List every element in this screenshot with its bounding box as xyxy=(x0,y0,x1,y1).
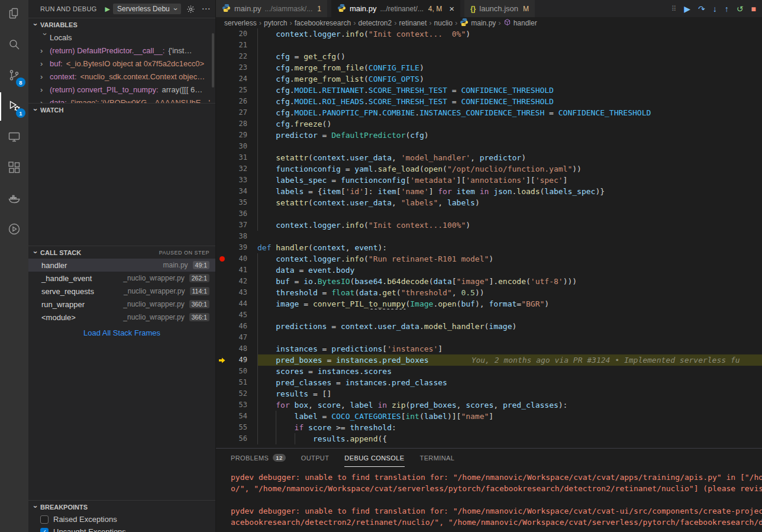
code-line[interactable]: 43threshold = float(data.get("threshold"… xyxy=(216,287,762,298)
line-number[interactable]: 32 xyxy=(228,163,257,175)
code-text[interactable]: labels_spec = functionconfig['metadata']… xyxy=(257,175,762,186)
breakpoint-row[interactable]: ✓Uncaught Exceptions xyxy=(28,525,215,532)
line-number[interactable]: 24 xyxy=(228,73,257,85)
code-text[interactable]: predictor = DefaultPredictor(cfg) xyxy=(257,130,762,141)
line-number[interactable]: 53 xyxy=(228,399,257,411)
activity-item-run-and-debug[interactable]: 1 xyxy=(0,92,28,121)
code-line[interactable]: 35setattr(context.user_data, "labels", l… xyxy=(216,197,762,208)
code-text[interactable] xyxy=(257,40,762,51)
breadcrumb-item-retinanet[interactable]: retinanet xyxy=(399,19,427,27)
code-text[interactable]: predictions = context.user_data.model_ha… xyxy=(257,321,762,332)
line-number[interactable]: 45 xyxy=(228,309,257,321)
code-text[interactable]: instances = predictions['instances'] xyxy=(257,343,762,354)
line-number[interactable]: 40 xyxy=(228,253,257,265)
code-line[interactable]: 49pred_boxes = instances.pred_boxesYou, … xyxy=(216,354,762,366)
line-number[interactable]: 21 xyxy=(228,40,257,51)
code-line[interactable]: 30 xyxy=(216,141,762,152)
breadcrumb-item-serverless[interactable]: serverless xyxy=(224,19,257,27)
line-number[interactable]: 30 xyxy=(228,141,257,152)
code-text[interactable]: context.logger.info("Init context...100%… xyxy=(257,220,762,231)
code-line[interactable]: 31setattr(context.user_data, 'model_hand… xyxy=(216,152,762,163)
line-number[interactable]: 54 xyxy=(228,411,257,422)
code-line[interactable]: 44image = convert_PIL_to_numpy(Image.ope… xyxy=(216,298,762,309)
step-into-button[interactable]: ↓ xyxy=(713,5,717,13)
breadcrumb-item-main.py[interactable]: main.py xyxy=(460,18,496,28)
restart-button[interactable]: ↺ xyxy=(737,5,744,13)
breakpoint-row[interactable]: Raised Exceptions xyxy=(28,513,215,525)
debug-start-icon[interactable]: ▶ xyxy=(105,5,110,13)
stack-frame[interactable]: handlermain.py49:1 xyxy=(28,259,215,272)
line-number[interactable]: 20 xyxy=(228,28,257,40)
code-line[interactable]: 41data = event.body xyxy=(216,265,762,276)
code-text[interactable]: buf = io.BytesIO(base64.b64decode(data["… xyxy=(257,276,762,287)
code-line[interactable]: 38 xyxy=(216,231,762,242)
code-line[interactable]: 53for box, score, label in zip(pred_boxe… xyxy=(216,399,762,411)
drag-handle-icon[interactable]: ⠿ xyxy=(671,5,676,13)
code-line[interactable]: 32functionconfig = yaml.safe_load(open("… xyxy=(216,163,762,175)
code-text[interactable]: cfg.MODEL.ROI_HEADS.SCORE_THRESH_TEST = … xyxy=(257,96,762,107)
line-number[interactable]: 55 xyxy=(228,422,257,433)
code-line[interactable]: 51pred_classes = instances.pred_classes xyxy=(216,377,762,388)
code-line[interactable]: 20context.logger.info("Init context... 0… xyxy=(216,28,762,40)
code-line[interactable]: 25cfg.MODEL.RETINANET.SCORE_THRESH_TEST … xyxy=(216,85,762,96)
activity-item-explorer[interactable] xyxy=(0,0,28,28)
line-number[interactable]: 34 xyxy=(228,186,257,197)
line-number[interactable]: 46 xyxy=(228,321,257,332)
step-out-button[interactable]: ↑ xyxy=(725,5,729,13)
code-text[interactable]: label = COCO_CATEGORIES[int(label)]["nam… xyxy=(257,411,762,422)
line-number[interactable]: 33 xyxy=(228,175,257,186)
checkbox[interactable] xyxy=(40,515,49,524)
variable-row[interactable]: ›context:<nuclio_sdk.context.Context obj… xyxy=(28,70,215,83)
code-text[interactable]: def handler(context, event): xyxy=(257,242,762,253)
code-line[interactable]: 42buf = io.BytesIO(base64.b64decode(data… xyxy=(216,276,762,287)
line-number[interactable]: 44 xyxy=(228,298,257,309)
code-text[interactable]: pred_classes = instances.pred_classes xyxy=(257,377,762,388)
code-text[interactable]: functionconfig = yaml.safe_load(open("/o… xyxy=(257,163,762,175)
code-text[interactable]: setattr(context.user_data, "labels", lab… xyxy=(257,197,762,208)
line-number[interactable]: 27 xyxy=(228,107,257,118)
line-number[interactable]: 37 xyxy=(228,220,257,231)
code-text[interactable]: if score >= threshold: xyxy=(257,422,762,433)
panel-tab-debug-console[interactable]: DEBUG CONSOLE xyxy=(344,449,404,467)
line-number[interactable]: 49 xyxy=(228,354,257,366)
code-line[interactable]: 46predictions = context.user_data.model_… xyxy=(216,321,762,332)
code-line[interactable]: 48instances = predictions['instances'] xyxy=(216,343,762,354)
breakpoint-icon[interactable] xyxy=(216,256,228,262)
step-over-button[interactable]: ↷ xyxy=(698,5,705,13)
variables-section-header[interactable]: › VARIABLES xyxy=(28,18,215,31)
watch-section-header[interactable]: › WATCH xyxy=(28,103,215,116)
code-text[interactable]: for box, score, label in zip(pred_boxes,… xyxy=(257,399,762,411)
code-line[interactable]: 29predictor = DefaultPredictor(cfg) xyxy=(216,130,762,141)
editor-tab-main.py[interactable]: main.py.../siammask/...1 xyxy=(216,0,327,17)
code-text[interactable] xyxy=(257,309,762,321)
code-line[interactable]: 28cfg.freeze() xyxy=(216,118,762,130)
stack-frame[interactable]: _handle_event_nuclio_wrapper.py262:1 xyxy=(28,272,215,285)
code-text[interactable]: scores = instances.scores xyxy=(257,366,762,377)
load-all-stack-frames-link[interactable]: Load All Stack Frames xyxy=(28,328,215,337)
breakpoints-section-header[interactable]: › BREAKPOINTS xyxy=(28,500,215,513)
code-line[interactable]: 40context.logger.info("Run retinanet-R10… xyxy=(216,253,762,265)
code-text[interactable]: cfg.merge_from_list(CONFIG_OPTS) xyxy=(257,73,762,85)
breadcrumb-item-nuclio[interactable]: nuclio xyxy=(434,19,453,27)
code-text[interactable]: results.append({ xyxy=(257,433,762,444)
code-text[interactable]: cfg.freeze() xyxy=(257,118,762,130)
code-text[interactable]: cfg = get_cfg() xyxy=(257,51,762,62)
line-number[interactable]: 22 xyxy=(228,51,257,62)
gear-icon[interactable] xyxy=(185,2,196,15)
code-text[interactable]: context.logger.info("Init context... 0%"… xyxy=(257,28,762,40)
activity-item-extensions[interactable] xyxy=(0,154,28,182)
variable-row[interactable]: ›(return) DefaultPredictor.__call__:{'in… xyxy=(28,44,215,57)
line-number[interactable]: 26 xyxy=(228,96,257,107)
line-number[interactable]: 51 xyxy=(228,377,257,388)
code-text[interactable] xyxy=(257,332,762,343)
line-number[interactable]: 28 xyxy=(228,118,257,130)
stack-frame[interactable]: run_wrapper_nuclio_wrapper.py360:1 xyxy=(28,298,215,311)
code-line[interactable]: 52results = [] xyxy=(216,388,762,399)
line-number[interactable]: 52 xyxy=(228,388,257,399)
activity-item-source-control[interactable]: 8 xyxy=(0,62,28,90)
line-number[interactable]: 35 xyxy=(228,197,257,208)
code-line[interactable]: 26cfg.MODEL.ROI_HEADS.SCORE_THRESH_TEST … xyxy=(216,96,762,107)
code-text[interactable]: results = [] xyxy=(257,388,762,399)
line-number[interactable]: 36 xyxy=(228,208,257,220)
line-number[interactable]: 41 xyxy=(228,265,257,276)
